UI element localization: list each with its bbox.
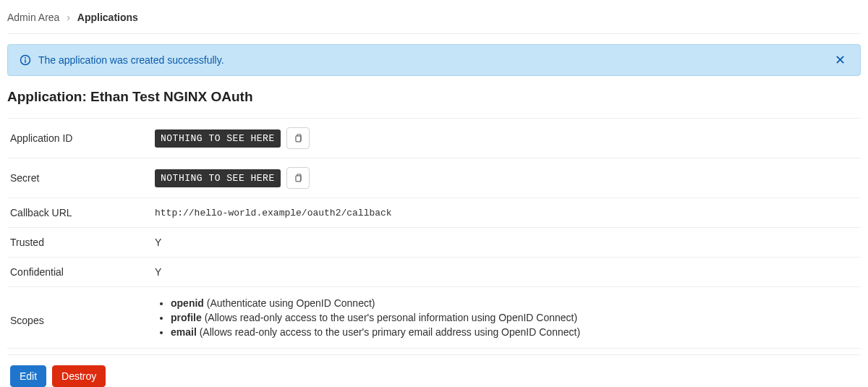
scope-name: email bbox=[171, 326, 197, 338]
scope-name: openid bbox=[171, 297, 204, 309]
edit-button[interactable]: Edit bbox=[10, 365, 46, 387]
close-icon[interactable]: ✕ bbox=[832, 54, 848, 67]
destroy-button[interactable]: Destroy bbox=[52, 365, 106, 387]
label-application-id: Application ID bbox=[10, 132, 155, 144]
breadcrumb: Admin Area › Applications bbox=[7, 7, 861, 34]
scopes-list: openid (Authenticate using OpenID Connec… bbox=[155, 296, 858, 339]
page-title: Application: Ethan Test NGINX OAuth bbox=[7, 89, 861, 105]
copy-application-id-button[interactable] bbox=[286, 127, 310, 149]
row-trusted: Trusted Y bbox=[7, 228, 861, 258]
scope-name: profile bbox=[171, 312, 202, 323]
row-confidential: Confidential Y bbox=[7, 258, 861, 287]
callback-url-value: http://hello-world.example/oauth2/callba… bbox=[155, 208, 858, 218]
success-alert: The application was created successfully… bbox=[7, 44, 861, 76]
svg-rect-2 bbox=[25, 59, 26, 63]
copy-secret-button[interactable] bbox=[286, 167, 310, 189]
footer-actions: Edit Destroy bbox=[7, 354, 861, 387]
scope-desc: (Allows read-only access to the user's p… bbox=[205, 312, 577, 323]
application-id-value: NOTHING TO SEE HERE bbox=[155, 129, 281, 148]
chevron-right-icon: › bbox=[62, 12, 75, 23]
confidential-value: Y bbox=[155, 266, 858, 278]
label-confidential: Confidential bbox=[10, 266, 155, 278]
list-item: profile (Allows read-only access to the … bbox=[171, 310, 858, 325]
breadcrumb-root[interactable]: Admin Area bbox=[7, 12, 59, 23]
secret-value: NOTHING TO SEE HERE bbox=[155, 169, 281, 187]
alert-message: The application was created successfully… bbox=[38, 54, 832, 66]
row-scopes: Scopes openid (Authenticate using OpenID… bbox=[7, 287, 861, 349]
application-details: Application ID NOTHING TO SEE HERE Secre… bbox=[7, 118, 861, 349]
breadcrumb-current: Applications bbox=[77, 12, 138, 23]
trusted-value: Y bbox=[155, 237, 858, 248]
list-item: email (Allows read-only access to the us… bbox=[171, 325, 858, 339]
scope-desc: (Authenticate using OpenID Connect) bbox=[207, 297, 375, 309]
label-secret: Secret bbox=[10, 172, 155, 184]
row-callback-url: Callback URL http://hello-world.example/… bbox=[7, 198, 861, 228]
label-scopes: Scopes bbox=[10, 296, 155, 326]
list-item: openid (Authenticate using OpenID Connec… bbox=[171, 296, 858, 310]
label-callback-url: Callback URL bbox=[10, 207, 155, 218]
row-application-id: Application ID NOTHING TO SEE HERE bbox=[7, 119, 861, 158]
info-icon bbox=[20, 54, 31, 66]
svg-point-1 bbox=[25, 57, 26, 59]
scope-desc: (Allows read-only access to the user's p… bbox=[200, 326, 580, 338]
row-secret: Secret NOTHING TO SEE HERE bbox=[7, 158, 861, 198]
label-trusted: Trusted bbox=[10, 237, 155, 248]
